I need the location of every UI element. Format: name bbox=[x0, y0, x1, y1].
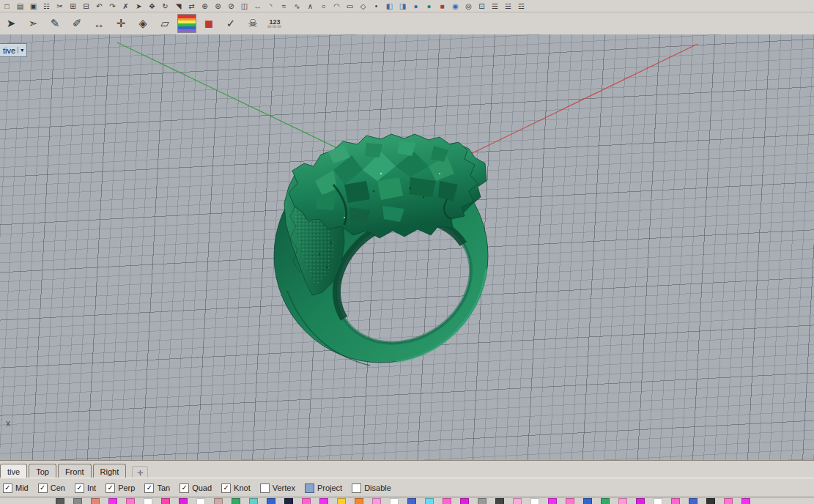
rotate-icon[interactable]: ↻ bbox=[160, 1, 171, 11]
new-viewport-tab-button[interactable]: ✛ bbox=[132, 466, 148, 478]
status-icon[interactable] bbox=[214, 498, 223, 504]
osnap-toggle[interactable]: Disable bbox=[352, 483, 391, 493]
redo-icon[interactable]: ↷ bbox=[107, 1, 118, 11]
offset-icon[interactable]: ≈ bbox=[278, 1, 289, 11]
status-icon[interactable] bbox=[407, 498, 416, 504]
sketch-pen-icon[interactable]: ✎ bbox=[45, 14, 64, 33]
status-icon[interactable] bbox=[337, 498, 346, 504]
flag-direction-icon[interactable]: ➣ bbox=[23, 14, 42, 33]
status-icon[interactable] bbox=[144, 498, 152, 504]
viewport-tab[interactable]: Right bbox=[93, 464, 127, 478]
status-icon[interactable] bbox=[495, 498, 504, 504]
status-icon[interactable] bbox=[566, 498, 574, 504]
properties-icon[interactable]: ☱ bbox=[503, 1, 514, 11]
save-icon[interactable]: ▣ bbox=[28, 1, 39, 11]
check-icon[interactable]: ✓ bbox=[221, 14, 240, 33]
status-icon[interactable] bbox=[478, 498, 486, 504]
status-icon[interactable] bbox=[460, 498, 469, 504]
checkbox-icon[interactable] bbox=[3, 483, 12, 493]
status-icon[interactable] bbox=[425, 498, 434, 504]
arc-icon[interactable]: ◠ bbox=[331, 1, 342, 11]
osnap-toggle[interactable]: Vertex bbox=[260, 483, 295, 493]
loft-icon[interactable]: ◨ bbox=[397, 1, 408, 11]
osnap-toggle[interactable]: Perp bbox=[106, 483, 135, 493]
cut-icon[interactable]: ✂ bbox=[54, 1, 65, 11]
checkbox-icon[interactable] bbox=[305, 483, 314, 493]
checkbox-icon[interactable] bbox=[352, 483, 361, 493]
status-icon[interactable] bbox=[284, 498, 293, 504]
status-icon[interactable] bbox=[249, 498, 258, 504]
checkbox-icon[interactable] bbox=[180, 483, 189, 493]
status-icon[interactable] bbox=[319, 498, 328, 504]
status-icon[interactable] bbox=[513, 498, 522, 504]
polyline-icon[interactable]: ∧ bbox=[305, 1, 316, 11]
surface-icon[interactable]: ◧ bbox=[384, 1, 395, 11]
skull-icon[interactable]: ☠ bbox=[243, 14, 262, 33]
perspective-viewport[interactable]: tive ▾ x bbox=[0, 34, 814, 460]
status-icon[interactable] bbox=[56, 498, 64, 504]
print-icon[interactable]: ☷ bbox=[41, 1, 52, 11]
status-icon[interactable] bbox=[390, 498, 399, 504]
osnap-toggle[interactable]: Tan bbox=[144, 483, 170, 493]
status-icon[interactable] bbox=[161, 498, 170, 504]
curve-icon[interactable]: ∿ bbox=[292, 1, 303, 11]
dimension-icon[interactable]: ↔ bbox=[89, 14, 108, 33]
status-icon[interactable] bbox=[654, 498, 662, 504]
select-icon[interactable]: ➤ bbox=[133, 1, 144, 11]
checkbox-icon[interactable] bbox=[221, 483, 231, 493]
explode-icon[interactable]: ⊛ bbox=[212, 1, 223, 11]
checkbox-icon[interactable] bbox=[260, 483, 270, 493]
checkbox-icon[interactable] bbox=[38, 483, 48, 493]
status-icon[interactable] bbox=[232, 498, 240, 504]
sphere-icon[interactable]: ● bbox=[410, 1, 421, 11]
gumball-icon[interactable]: ◈ bbox=[133, 14, 152, 33]
status-icon[interactable] bbox=[372, 498, 381, 504]
status-icon[interactable] bbox=[355, 498, 363, 504]
mirror-icon[interactable]: ⇄ bbox=[186, 1, 197, 11]
point-numbers-icon[interactable]: 123 ▭▭▭ bbox=[265, 14, 284, 33]
viewport-tab[interactable]: Front bbox=[58, 464, 92, 478]
zoom-extents-icon[interactable]: ⊡ bbox=[476, 1, 487, 11]
analysis-rainbow-icon[interactable] bbox=[177, 14, 196, 33]
trim-icon[interactable]: ⊘ bbox=[226, 1, 237, 11]
move-icon[interactable]: ✥ bbox=[147, 1, 158, 11]
options-icon[interactable]: ☲ bbox=[516, 1, 527, 11]
undo-icon[interactable]: ↶ bbox=[94, 1, 105, 11]
osnap-toggle[interactable]: Cen bbox=[38, 483, 65, 493]
viewport-tab[interactable]: Top bbox=[29, 464, 56, 478]
extend-icon[interactable]: ↔ bbox=[252, 1, 263, 11]
copy-icon[interactable]: ⊞ bbox=[67, 1, 78, 11]
status-icon[interactable] bbox=[302, 498, 311, 504]
cylinder-icon[interactable]: ● bbox=[423, 1, 434, 11]
status-icon[interactable] bbox=[530, 498, 539, 504]
status-icon[interactable] bbox=[741, 498, 750, 504]
rectangle-icon[interactable]: ▭ bbox=[344, 1, 355, 11]
fillet-icon[interactable]: ◝ bbox=[265, 1, 276, 11]
status-icon[interactable] bbox=[91, 498, 100, 504]
viewport-menu-arrow-icon[interactable]: ▾ bbox=[18, 47, 23, 53]
status-icon[interactable] bbox=[179, 498, 188, 504]
select-arrow-icon[interactable]: ➤ bbox=[1, 14, 21, 33]
cplane-icon[interactable]: ▱ bbox=[155, 14, 174, 33]
box-icon[interactable]: ■ bbox=[437, 1, 448, 11]
scale-icon[interactable]: ◥ bbox=[173, 1, 184, 11]
status-icon[interactable] bbox=[601, 498, 610, 504]
new-file-icon[interactable]: □ bbox=[1, 1, 12, 11]
viewport-tab[interactable]: tive bbox=[0, 464, 27, 478]
checkbox-icon[interactable] bbox=[144, 483, 154, 493]
status-icon[interactable] bbox=[73, 498, 82, 504]
status-icon[interactable] bbox=[706, 498, 715, 504]
status-icon[interactable] bbox=[126, 498, 135, 504]
polygon-icon[interactable]: ◇ bbox=[358, 1, 369, 11]
circle-icon[interactable]: ○ bbox=[318, 1, 329, 11]
osnap-toggle[interactable]: Project bbox=[305, 483, 342, 493]
status-icon[interactable] bbox=[267, 498, 275, 504]
point-icon[interactable]: • bbox=[371, 1, 382, 11]
status-icon[interactable] bbox=[636, 498, 645, 504]
status-icon[interactable] bbox=[618, 498, 627, 504]
status-icon[interactable] bbox=[583, 498, 592, 504]
checkbox-icon[interactable] bbox=[106, 483, 115, 493]
render-cube-icon[interactable]: ◼ bbox=[199, 14, 218, 33]
open-file-icon[interactable]: ▤ bbox=[15, 1, 26, 11]
curve-pen-icon[interactable]: ✐ bbox=[67, 14, 86, 33]
